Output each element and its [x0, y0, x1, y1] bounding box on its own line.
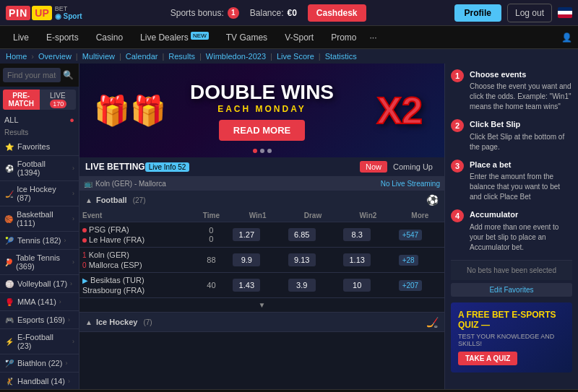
search-icon[interactable]: 🔍: [63, 70, 74, 80]
odds-win2[interactable]: 10: [343, 279, 371, 292]
more-button[interactable]: +547: [399, 230, 423, 240]
nav-item-live-dealers[interactable]: Live Dealers NEW: [133, 28, 216, 47]
pre-match-toggle[interactable]: PRE-MATCH: [3, 90, 40, 110]
breadcrumb-results[interactable]: Results: [168, 52, 195, 61]
sidebar-sport-handball[interactable]: 🤾 Handball (14) ›: [0, 373, 79, 389]
nav-item-vsport[interactable]: V-Sport: [277, 28, 321, 47]
chevron-icon: ›: [72, 215, 74, 222]
sidebar-sport-basketball[interactable]: 🏀 Basketball (111) ›: [0, 206, 79, 232]
banner-gifts-decoration: 🎁🎁: [94, 94, 166, 128]
how-step-2: 2 Click Bet Slip Click Bet Slip at the b…: [451, 119, 572, 152]
favorites-icon: ⭐: [4, 141, 14, 152]
left-sidebar: 🔍 PRE-MATCH LIVE 170 ALL ● Results ⭐ Fav…: [0, 64, 79, 389]
basketball-icon: 🏀: [4, 214, 14, 224]
mma-icon: 🥊: [4, 297, 14, 307]
match-time: 88: [193, 248, 230, 273]
edit-favorites-button[interactable]: Edit Favorites: [451, 283, 572, 297]
breadcrumb-overview[interactable]: Overview: [38, 52, 72, 61]
ice-hockey-section: ▲ Ice Hockey (7) 🏒: [79, 313, 444, 332]
banner-x2-text: X2: [376, 89, 423, 132]
read-more-button[interactable]: READ MORE: [219, 120, 305, 141]
odds-win1[interactable]: 1.27: [233, 228, 260, 241]
step-number-1: 1: [451, 69, 464, 82]
logout-button[interactable]: Log out: [507, 4, 552, 22]
odds-win1[interactable]: 1.43: [233, 279, 260, 292]
more-button[interactable]: +28: [399, 255, 418, 266]
nav-item-esports[interactable]: E-sports: [39, 28, 86, 47]
col-win2: Win2: [340, 209, 395, 222]
col-draw: Draw: [285, 209, 340, 222]
how-step-3: 3 Place a bet Enter the amount from the …: [451, 160, 572, 202]
sidebar-sport-label: E-Football (23): [17, 333, 69, 350]
chevron-icon: ›: [59, 298, 61, 305]
sidebar-sport-volleyball[interactable]: 🏐 Volleyball (17) ›: [0, 275, 79, 293]
live-toggle[interactable]: LIVE 170: [40, 90, 77, 110]
sidebar-sport-label: Ice Hockey (87): [17, 185, 69, 202]
step-title-1: Choose events: [470, 69, 572, 80]
header-center: Sports bonus: 1 Balance: €0 Cashdesk: [90, 4, 447, 22]
sports-bonus-label: Sports bonus:: [171, 8, 224, 18]
more-button[interactable]: +207: [399, 280, 423, 291]
sidebar-sport-table-tennis[interactable]: 🏓 Table Tennis (369) ›: [0, 250, 79, 275]
match-more: +547: [396, 222, 444, 248]
sidebar-sport-favorites[interactable]: ⭐ Favorites: [0, 138, 79, 156]
nav-more-button[interactable]: ···: [367, 28, 380, 47]
sports-bonus: Sports bonus: 1: [171, 7, 239, 19]
breadcrumb: Home › Overview | Multiview | Calendar |…: [0, 49, 578, 64]
banner-dot-2[interactable]: [260, 149, 264, 153]
sidebar-sport-efootball[interactable]: ⚡ E-Football (23) ›: [0, 329, 79, 354]
quiz-subtitle: TEST YOUR KNOWLEDGE AND SKILLS!: [458, 333, 565, 347]
stream-icon: ▶: [82, 276, 88, 284]
logo-up: UP: [32, 6, 51, 20]
nav-item-promo[interactable]: Promo: [324, 28, 363, 47]
match-draw: 3.9: [285, 273, 340, 298]
ice-hockey-section-header[interactable]: ▲ Ice Hockey (7) 🏒: [79, 313, 444, 331]
breadcrumb-live-score[interactable]: Live Score: [277, 52, 314, 61]
odds-win1[interactable]: 9.9: [233, 253, 260, 266]
collapse-icon: ▲: [85, 196, 92, 204]
sidebar-sport-tennis[interactable]: 🎾 Tennis (182) ›: [0, 232, 79, 250]
football-section-count: (27): [133, 196, 146, 204]
now-button[interactable]: Now: [360, 161, 387, 173]
breadcrumb-wimbledon[interactable]: Wimbledon-2023: [206, 52, 266, 61]
sidebar-sport-football[interactable]: ⚽ Football (1394) ›: [0, 156, 79, 181]
live-betting-header: LIVE BETTING Live Info 52 Now Coming Up: [79, 157, 444, 177]
sidebar-sport-label: Handball (14): [17, 377, 65, 386]
odds-win2[interactable]: 1.13: [343, 253, 371, 266]
breadcrumb-home[interactable]: Home: [6, 52, 27, 61]
sidebar-sport-biathlon[interactable]: 🏸 Biathlon (22) ›: [0, 354, 79, 373]
banner-dot-3[interactable]: [267, 149, 272, 153]
football-icon: ⚽: [4, 163, 14, 173]
odds-draw[interactable]: 3.9: [288, 279, 316, 292]
col-event: Event: [79, 209, 193, 222]
how-step-1: 1 Choose events Choose the event you wan…: [451, 69, 572, 112]
sidebar-all[interactable]: ALL ●: [0, 113, 79, 127]
nav-item-live[interactable]: Live: [6, 28, 36, 47]
football-section-header[interactable]: ▲ Football (27) ⚽: [79, 191, 444, 209]
language-flag-icon[interactable]: [558, 7, 572, 18]
sidebar-sport-ice-hockey[interactable]: 🏒 Ice Hockey (87) ›: [0, 181, 79, 206]
nav-item-casino[interactable]: Casino: [89, 28, 130, 47]
breadcrumb-calendar[interactable]: Calendar: [126, 52, 158, 61]
nav-item-tv-games[interactable]: TV Games: [219, 28, 275, 47]
profile-button[interactable]: Profile: [454, 4, 501, 22]
sidebar-sport-mma[interactable]: 🥊 MMA (141) ›: [0, 293, 79, 311]
odds-draw[interactable]: 9.13: [288, 253, 316, 266]
football-section-icon: ⚽: [426, 194, 439, 206]
nav-user-icon[interactable]: 👤: [561, 32, 572, 43]
cashdesk-button[interactable]: Cashdesk: [308, 4, 366, 22]
banner-dot-1[interactable]: [253, 149, 257, 153]
odds-draw[interactable]: 6.85: [288, 228, 316, 241]
search-input[interactable]: [3, 68, 61, 82]
step-title-4: Accumulator: [470, 209, 572, 220]
breadcrumb-multiview[interactable]: Multiview: [82, 52, 115, 61]
coming-up-button[interactable]: Coming Up: [387, 161, 439, 173]
take-quiz-button[interactable]: TAKE A QUIZ: [458, 352, 517, 365]
breadcrumb-statistics[interactable]: Statistics: [325, 52, 357, 61]
football-section: ▲ Football (27) ⚽ Event Time Win1 Draw W…: [79, 191, 444, 313]
load-more-matches[interactable]: ▼: [79, 298, 444, 312]
odds-win2[interactable]: 8.3: [343, 228, 371, 241]
match-win2: 1.13: [340, 248, 395, 273]
match-toggle: PRE-MATCH LIVE 170: [3, 90, 76, 110]
sidebar-sport-esports[interactable]: 🎮 Esports (169) ›: [0, 311, 79, 329]
